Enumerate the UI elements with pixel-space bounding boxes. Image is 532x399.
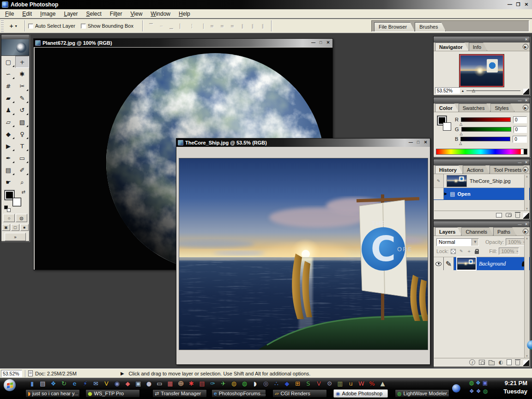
minimize-icon[interactable]: — [517,222,522,226]
rectangle-tool[interactable]: ▭ [15,152,29,164]
menu-item[interactable]: Select [82,10,105,18]
magic-wand-tool[interactable]: ✱ [15,68,29,80]
align-bottom-edges[interactable]: ▁ [167,22,176,30]
align-left-edges[interactable]: ▏ [177,22,186,30]
eraser-tool[interactable]: ▱ [1,116,15,128]
color-title-bar[interactable]: — ✕ [434,97,530,103]
lasso-tool[interactable]: ∽ [1,68,15,80]
quick-launch-icon[interactable]: ✱ [187,379,196,388]
align-horizontal-centers[interactable]: ╎ [187,22,196,30]
layer-thumbnail[interactable] [457,258,476,270]
quick-launch-icon[interactable]: ▭ [155,379,164,388]
quick-launch-icon[interactable]: ⚡ [81,379,90,388]
blue-value-field[interactable]: 0 [513,136,527,143]
quick-launch-icon[interactable]: ↻ [60,379,68,388]
tab-swatches[interactable]: Swatches [459,103,491,112]
maximize-icon[interactable]: ❐ [514,1,522,8]
align-top-edges[interactable]: ▔ [146,22,156,30]
quick-launch-icon[interactable]: ✈ [219,379,228,388]
dodge-tool[interactable]: ♀ [15,128,29,140]
task-button-adobe-photoshop[interactable]: ◉ Adobe Photoshop [333,389,388,398]
tab-brushes[interactable]: Brushes [415,22,446,31]
delete-icon[interactable] [515,213,520,218]
layer-row-background[interactable]: ✎ Background [434,257,530,270]
quick-launch-icon[interactable]: ▲ [378,379,387,388]
close-icon[interactable]: ✕ [524,37,529,42]
lock-all-icon[interactable] [474,248,480,254]
close-icon[interactable]: ✕ [423,140,429,145]
auto-select-layer-checkbox[interactable]: Auto Select Layer [28,23,75,29]
minimize-icon[interactable]: — [506,1,514,8]
lock-image-icon[interactable]: ✎ [458,248,464,254]
history-title-bar[interactable]: — ✕ [434,159,530,165]
new-snapshot-icon[interactable] [506,213,512,217]
tab-tool-presets[interactable]: Tool Presets [490,165,528,174]
quick-launch-icon[interactable]: e [70,379,79,388]
tray-sphere-icon[interactable] [452,384,460,393]
planet-window-title-bar[interactable]: Planet672.jpg @ 100% (RGB) — □ ✕ [34,39,332,47]
maximize-icon[interactable]: □ [318,40,324,46]
minimize-icon[interactable]: — [517,98,522,103]
lock-transparency-icon[interactable] [450,248,456,254]
close-icon[interactable]: ✕ [325,40,331,46]
menu-item[interactable]: View [127,10,147,18]
task-button-winamp[interactable]: ◗ just so i can hear y... [25,389,80,398]
minimize-icon[interactable]: — [310,40,316,46]
layers-scrollbar[interactable]: ▲ ▼ [524,236,529,358]
checkbox-icon[interactable] [81,24,86,29]
tray-icon[interactable]: ❖ [476,388,481,394]
quick-launch-icon[interactable]: ▣ [134,379,143,388]
scroll-down-icon[interactable]: ▼ [526,355,528,357]
panel-menu-icon[interactable]: ▶ [523,44,528,49]
tray-icon[interactable]: ◍ [469,380,473,386]
tray-icon[interactable]: ❖ [476,380,481,386]
quick-mask-mode-button[interactable]: ◍ [16,214,27,222]
lock-position-icon[interactable]: + [466,248,472,254]
tray-icon[interactable]: ▣ [483,380,488,386]
history-snapshot-row[interactable]: ✎ TheCore_Ship.jpg [434,174,530,188]
clone-stamp-tool[interactable]: ♟ [1,104,15,116]
quick-launch-icon[interactable]: ◗ [251,379,260,388]
resize-grip[interactable] [523,89,529,95]
status-menu-icon[interactable]: ▶ [121,371,124,376]
history-brush-tool[interactable]: ↺ [15,104,29,116]
slider-marker-icon[interactable]: △ [460,132,463,136]
scroll-down-icon[interactable]: ▼ [526,207,528,210]
rectangular-marquee-tool[interactable]: ▢ [1,56,15,68]
zoom-tool[interactable]: ⌕ [15,176,29,188]
tab-history[interactable]: History [435,165,463,174]
tab-layers[interactable]: Layers [435,227,461,236]
green-slider[interactable] [461,127,511,132]
color-spectrum-ramp[interactable] [436,149,527,155]
align-right-edges[interactable]: ▕ [197,22,206,30]
quick-launch-icon[interactable]: ❖ [49,379,58,388]
options-grip[interactable] [1,20,4,32]
menu-item[interactable]: Help [175,10,194,18]
quick-launch-icon[interactable]: ▥ [336,379,345,388]
quick-launch-icon[interactable]: ▦ [166,379,175,388]
adjustment-layer-icon[interactable]: ◐ [498,360,503,365]
adobe-banner[interactable] [1,39,29,56]
tray-icon[interactable]: ❖ [469,388,474,394]
slice-tool[interactable]: ✂ [15,80,29,92]
menu-item[interactable]: Filter [106,10,127,18]
gradient-tool[interactable]: ▧ [15,116,29,128]
new-document-from-state-icon[interactable] [496,213,502,218]
quick-launch-icon[interactable]: ◉ [113,379,121,388]
pen-tool[interactable]: ✒ [1,152,15,164]
standard-mode-button[interactable]: ○ [3,214,15,222]
toolbox-drag-handle[interactable] [1,35,29,39]
spinner-icon[interactable]: ▸ [517,249,519,253]
quick-launch-icon[interactable]: u [346,379,355,388]
navigator-proxy-view[interactable] [459,54,504,87]
layer-effects-icon[interactable]: ƒ [469,359,475,365]
resize-grip[interactable] [523,360,529,366]
fullscreen-button[interactable]: ■ [20,224,29,231]
zoom-out-icon[interactable]: ▴ [462,89,464,93]
quick-launch-icon[interactable]: ● [145,379,153,388]
red-value-field[interactable]: 0 [513,116,527,123]
quick-launch-icon[interactable]: ▤ [38,379,47,388]
history-source-icon[interactable]: ✎ [434,174,444,187]
swap-colors-icon[interactable]: ⇄ [22,189,25,194]
dropdown-icon[interactable]: ▼ [472,239,478,246]
